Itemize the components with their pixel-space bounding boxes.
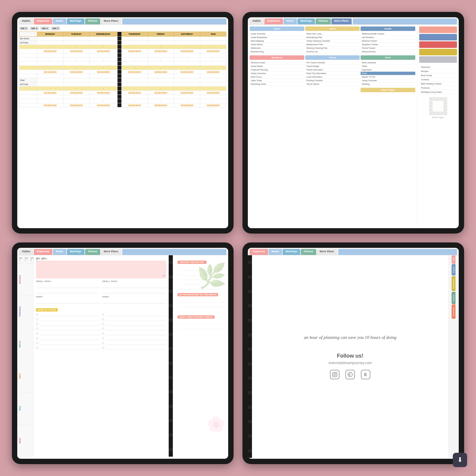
item-password[interactable]: Password: [419, 65, 457, 69]
cell[interactable]: [174, 95, 200, 99]
item-goals-breakdown[interactable]: Goals Breakdown: [250, 36, 304, 39]
todo-circle-2b[interactable]: [102, 318, 104, 320]
cell[interactable]: [148, 41, 174, 45]
cell[interactable]: rest day stretch: [121, 103, 148, 107]
cell[interactable]: rest day stretch: [37, 49, 63, 53]
cell[interactable]: [90, 78, 117, 82]
download-button[interactable]: ⬇: [453, 453, 467, 467]
todo-line-5b[interactable]: [105, 332, 166, 335]
cell[interactable]: rest day stretch: [121, 91, 148, 95]
todo-circle-1b[interactable]: [102, 313, 104, 316]
cell[interactable]: [63, 78, 90, 82]
item-workout[interactable]: Workout Tracker: [361, 39, 415, 43]
cell[interactable]: rest day stretch: [90, 91, 117, 95]
cell[interactable]: rest day stretch: [121, 70, 148, 74]
tab-meetings-2[interactable]: Meetings: [298, 18, 315, 24]
cell[interactable]: rest day stretch: [148, 103, 174, 107]
cell[interactable]: [200, 82, 226, 87]
cell[interactable]: [174, 62, 200, 66]
cell[interactable]: rest day stretch: [121, 49, 148, 53]
item-work-focus[interactable]: Work Focus: [250, 75, 304, 79]
tab-expenses-3[interactable]: Expenses: [34, 249, 52, 255]
item-period[interactable]: Period Tracker: [361, 46, 415, 50]
cell[interactable]: [121, 74, 148, 78]
todo-line-7[interactable]: [40, 341, 101, 345]
item-vision-board[interactable]: Vision Board: [250, 43, 304, 46]
item-decluttering[interactable]: Decluttering Plan: [305, 36, 360, 39]
item-life-routines[interactable]: Life Routines: [361, 36, 415, 39]
item-plans[interactable]: Plans: [361, 72, 415, 75]
cell[interactable]: rest day stretch: [90, 70, 117, 74]
wk3-tab[interactable]: WK 3: [30, 26, 39, 30]
side-tab-july[interactable]: July: [452, 255, 455, 264]
cell[interactable]: [90, 37, 117, 41]
tab-expenses-4[interactable]: Expenses: [250, 249, 268, 255]
item-brain-dump[interactable]: Brain Dump: [419, 73, 457, 78]
item-trip-glance[interactable]: Trip at Glance: [305, 82, 360, 86]
cell[interactable]: [90, 53, 117, 57]
todo-line-1[interactable]: [40, 313, 101, 316]
item-milestones[interactable]: Milestones: [250, 46, 304, 50]
tab-more-2[interactable]: More Plans: [331, 18, 352, 24]
cell[interactable]: [121, 37, 148, 41]
next-month-lines[interactable]: [178, 320, 225, 335]
tab-meetings-4[interactable]: Meetings: [283, 249, 300, 255]
cell[interactable]: rest day stretch: [90, 103, 117, 107]
item-proposal[interactable]: Proposal Planning: [250, 68, 304, 72]
item-local-info[interactable]: Local Information: [305, 75, 360, 79]
todo-circle-6b[interactable]: [102, 337, 104, 339]
cell[interactable]: [148, 53, 174, 57]
cell[interactable]: rest day stretch: [90, 49, 117, 53]
todo-circle-4[interactable]: [36, 328, 38, 330]
cell[interactable]: rest day stretch: [174, 70, 200, 74]
cat-health-header[interactable]: Health: [361, 26, 415, 31]
cell[interactable]: [174, 41, 200, 45]
todo-line-2b[interactable]: [105, 317, 166, 321]
month-march[interactable]: March: [17, 328, 33, 360]
item-recipes[interactable]: Recipes: [419, 69, 457, 73]
cell[interactable]: [63, 37, 90, 41]
item-measurements[interactable]: Measurements: [361, 50, 415, 54]
tab-expenses-1[interactable]: Expenses: [34, 18, 52, 24]
cell[interactable]: [63, 95, 90, 99]
cat-work-header[interactable]: Work: [361, 55, 415, 60]
cell[interactable]: [37, 53, 63, 57]
todo-circle-5[interactable]: [36, 332, 38, 335]
cell[interactable]: [63, 62, 90, 66]
item-maintenance[interactable]: Maintenance Plan: [305, 43, 360, 46]
cell[interactable]: [37, 74, 63, 78]
cell[interactable]: [174, 78, 200, 82]
item-yearly-overview-work[interactable]: Yearly Overview: [361, 79, 415, 82]
cell[interactable]: [37, 95, 63, 99]
tab-more-4[interactable]: More Plans: [317, 249, 337, 255]
cell[interactable]: [63, 41, 90, 45]
item-yearly-overview-biz[interactable]: Yearly Overview: [250, 72, 304, 75]
todo-line-8b[interactable]: [105, 346, 166, 350]
cell[interactable]: rest day stretch: [174, 91, 200, 95]
cell[interactable]: [90, 95, 117, 99]
todo-line-7b[interactable]: [105, 341, 166, 345]
item-importants[interactable]: Importants: [361, 68, 415, 72]
todo-circle-8[interactable]: [36, 347, 38, 349]
cell[interactable]: [63, 53, 90, 57]
cell[interactable]: rest day stretch: [37, 103, 63, 107]
cell[interactable]: [37, 37, 63, 41]
item-protocols[interactable]: Protocols: [419, 86, 457, 90]
pinterest-icon[interactable]: [345, 370, 355, 379]
todo-line-3[interactable]: [40, 322, 101, 326]
item-travel-budget[interactable]: Travel Budget: [305, 65, 360, 68]
wk2-tab[interactable]: WK 2: [19, 26, 29, 30]
item-yearly-cleaning[interactable]: Yearly Cleaning Checklist: [305, 39, 360, 43]
cat-travel-header[interactable]: Travel: [305, 55, 360, 60]
cell[interactable]: rest day stretch: [63, 103, 90, 107]
cell[interactable]: [174, 82, 200, 87]
item-social-media[interactable]: Social Media: [250, 65, 304, 68]
cell[interactable]: [148, 95, 174, 99]
tab-more-3[interactable]: More Plans: [101, 249, 121, 255]
month-january[interactable]: January: [17, 263, 33, 295]
todo-line-5[interactable]: [40, 332, 101, 335]
tab-meals-1[interactable]: Meals: [53, 18, 66, 24]
cell[interactable]: [121, 53, 148, 57]
todo-line-6b[interactable]: [105, 336, 166, 340]
item-marketing[interactable]: Marketing Goals: [250, 82, 304, 86]
